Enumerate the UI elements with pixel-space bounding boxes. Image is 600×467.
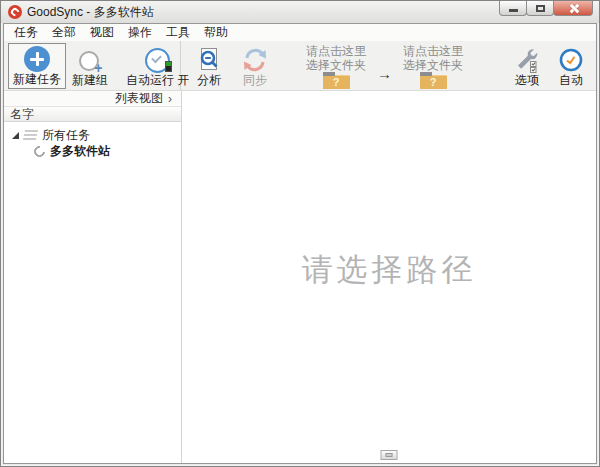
- menu-bar: 任务 全部 视图 操作 工具 帮助: [4, 24, 596, 41]
- column-header-label: 名字: [10, 106, 34, 123]
- analyze-label: 分析: [197, 74, 221, 87]
- sync-circle-icon: [32, 143, 47, 158]
- autorun-clock-icon: [143, 47, 173, 73]
- direction-arrow: →: [377, 65, 392, 82]
- client-area: 任务 全部 视图 操作 工具 帮助 新建任务 新建组: [3, 23, 597, 464]
- select-path-placeholder: 请选择路径: [302, 249, 477, 291]
- app-window: GoodSync - 多多软件站 任务 全部 视图 操作 工具 帮助: [0, 0, 600, 467]
- chevron-right-icon: ›: [168, 92, 172, 106]
- new-group-label: 新建组: [72, 74, 108, 87]
- toolbar-main-group: 分析 同步 请点击这里 选择文件夹: [181, 41, 596, 90]
- tree-item-all-tasks-label: 所有任务: [42, 127, 90, 144]
- options-label: 选项: [515, 74, 539, 87]
- source-folder-question-mark: ?: [333, 76, 340, 88]
- dest-picker-line2: 选择文件夹: [403, 58, 463, 72]
- tree-item-duoduo-task[interactable]: 多多软件站: [4, 143, 181, 159]
- sidebar: 列表视图 › 名字 所有任务 多多软件站: [4, 91, 182, 463]
- title-bar[interactable]: GoodSync - 多多软件站: [1, 1, 599, 23]
- menu-item-view[interactable]: 视图: [83, 23, 121, 42]
- options-wrench-icon: [514, 47, 540, 73]
- dest-folder-picker[interactable]: 请点击这里 选择文件夹 ?: [399, 43, 467, 89]
- menu-item-tools[interactable]: 工具: [159, 23, 197, 42]
- sync-button[interactable]: 同步: [238, 43, 272, 89]
- column-header-name[interactable]: 名字: [4, 106, 181, 122]
- window-controls: [500, 1, 593, 16]
- view-switch-label: 列表视图: [115, 90, 163, 107]
- new-task-button[interactable]: 新建任务: [8, 43, 66, 89]
- source-folder-picker[interactable]: 请点击这里 选择文件夹 ?: [302, 43, 370, 89]
- content-area: 列表视图 › 名字 所有任务 多多软件站: [4, 91, 596, 463]
- new-group-icon: [78, 48, 103, 73]
- close-button[interactable]: [553, 1, 593, 16]
- task-group-icon: [23, 130, 38, 140]
- expand-arrow-icon[interactable]: [12, 132, 19, 139]
- source-picker-line1: 请点击这里: [306, 44, 366, 58]
- new-task-plus-icon: [24, 46, 50, 72]
- analyze-button[interactable]: 分析: [192, 43, 226, 89]
- goodsync-logo-icon: [8, 5, 22, 19]
- task-tree: 所有任务 多多软件站: [4, 122, 181, 159]
- auto-label: 自动: [559, 74, 583, 87]
- maximize-button[interactable]: [526, 1, 554, 16]
- window-title: GoodSync - 多多软件站: [27, 4, 154, 21]
- analyze-icon: [196, 47, 222, 73]
- dest-folder-question-mark: ?: [430, 76, 437, 88]
- sync-label: 同步: [243, 74, 267, 87]
- splitter-handle[interactable]: [381, 450, 398, 460]
- menu-item-task[interactable]: 任务: [7, 23, 45, 42]
- splitter-grip-icon: [386, 453, 393, 457]
- maximize-icon: [536, 5, 545, 12]
- new-group-button[interactable]: 新建组: [68, 43, 112, 89]
- menu-item-all[interactable]: 全部: [45, 23, 83, 42]
- autorun-on-indicator: [165, 61, 172, 72]
- close-icon: [568, 4, 579, 13]
- menu-item-help[interactable]: 帮助: [197, 23, 235, 42]
- options-button[interactable]: 选项: [510, 43, 544, 89]
- source-picker-line2: 选择文件夹: [306, 58, 366, 72]
- view-switch[interactable]: 列表视图 ›: [4, 91, 181, 106]
- dest-folder-icon: ?: [420, 75, 447, 89]
- tree-item-duoduo-label: 多多软件站: [50, 143, 110, 160]
- main-panel: 请选择路径: [182, 91, 596, 463]
- dest-picker-line1: 请点击这里: [403, 44, 463, 58]
- minimize-button[interactable]: [499, 1, 527, 16]
- menu-item-operation[interactable]: 操作: [121, 23, 159, 42]
- new-task-label: 新建任务: [13, 73, 61, 86]
- toolbar: 新建任务 新建组 自动运行 开: [4, 41, 596, 91]
- autorun-label: 自动运行 开: [126, 74, 189, 87]
- source-folder-icon: ?: [323, 75, 350, 89]
- toolbar-left-group: 新建任务 新建组 自动运行 开: [4, 41, 181, 90]
- minimize-icon: [509, 9, 518, 12]
- auto-clock-icon: [558, 47, 584, 73]
- auto-button[interactable]: 自动: [554, 43, 588, 89]
- tree-item-all-tasks[interactable]: 所有任务: [4, 127, 181, 143]
- sync-icon: [242, 47, 268, 73]
